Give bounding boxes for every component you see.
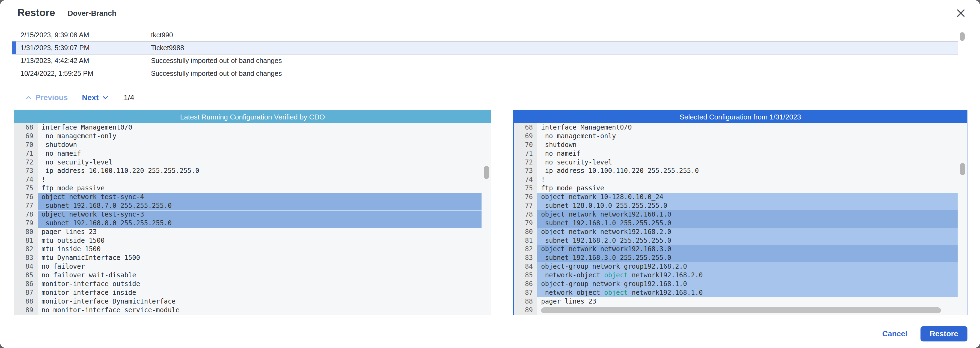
chevron-down-icon — [101, 93, 110, 102]
code-text: shutdown — [38, 141, 482, 149]
line-number: 77 — [514, 202, 537, 210]
code-line: 70 shutdown — [14, 141, 491, 149]
line-number: 76 — [514, 193, 537, 202]
code-line: 81 subnet 192.168.2.0 255.255.255.0 — [514, 236, 967, 245]
selected-config-panel-header: Selected Configuration from 1/31/2023 — [514, 111, 967, 123]
code-line: 68interface Management0/0 — [14, 123, 491, 132]
code-text: subnet 192.168.8.0 255.255.255.0 — [38, 219, 482, 228]
code-line: 72 no security-level — [14, 158, 491, 167]
code-line: 69 no management-only — [514, 132, 967, 141]
code-text: object network test-sync-3 — [38, 210, 482, 219]
code-text: mtu outside 1500 — [38, 236, 482, 245]
code-line: 68interface Management0/0 — [514, 123, 967, 132]
code-line: 71 no nameif — [14, 149, 491, 158]
line-number: 79 — [514, 219, 537, 228]
line-number: 86 — [514, 280, 537, 289]
code-text: shutdown — [537, 141, 958, 149]
code-line: 79 subnet 192.168.8.0 255.255.255.0 — [14, 219, 491, 228]
line-number: 68 — [514, 123, 537, 132]
code-text: ftp mode passive — [537, 184, 958, 193]
line-number: 75 — [514, 184, 537, 193]
line-number: 79 — [14, 219, 38, 228]
code-text: monitor-interface outside — [38, 280, 482, 289]
line-number: 87 — [14, 289, 38, 297]
running-config-panel: Latest Running Configuration Verified by… — [14, 110, 492, 315]
code-text: subnet 192.168.7.0 255.255.255.0 — [38, 202, 482, 210]
code-text: no monitor-interface service-module — [38, 306, 482, 315]
line-number: 77 — [14, 202, 38, 210]
restore-point-timestamp: 1/13/2023, 4:42:42 AM — [12, 57, 151, 65]
code-line: 86object-group network group192.168.1.0 — [514, 280, 967, 289]
code-line: 78object network network192.168.1.0 — [514, 210, 967, 219]
line-number: 83 — [14, 254, 38, 263]
code-text: no management-only — [537, 132, 958, 141]
code-text: no nameif — [537, 149, 958, 158]
code-text: pager lines 23 — [38, 228, 482, 236]
previous-button[interactable]: Previous — [25, 93, 68, 102]
line-number: 81 — [514, 236, 537, 245]
code-text: interface Management0/0 — [537, 123, 958, 132]
table-vertical-scrollbar-thumb[interactable] — [960, 32, 965, 41]
code-text: no management-only — [38, 132, 482, 141]
code-line: 75ftp mode passive — [514, 184, 967, 193]
code-text: ftp mode passive — [38, 184, 482, 193]
line-number: 86 — [14, 280, 38, 289]
table-row[interactable]: 1/13/2023, 4:42:42 AMSuccessfully import… — [12, 55, 958, 67]
code-line: 74! — [14, 176, 491, 184]
code-text: object network test-sync-4 — [38, 193, 482, 202]
restore-point-description: Ticket9988 — [151, 44, 958, 52]
code-line: 86monitor-interface outside — [14, 280, 491, 289]
line-number: 84 — [14, 263, 38, 271]
restore-point-description: Successfully imported out-of-band change… — [151, 70, 958, 78]
line-number: 69 — [14, 132, 38, 141]
restore-point-timestamp: 1/31/2023, 5:39:07 PM — [12, 44, 151, 52]
restore-button[interactable]: Restore — [921, 326, 967, 342]
code-text: subnet 192.168.3.0 255.255.255.0 — [537, 254, 958, 263]
horizontal-scrollbar-thumb[interactable] — [541, 307, 941, 313]
code-line: 88monitor-interface DynamicInterface — [14, 297, 491, 306]
line-number: 80 — [14, 228, 38, 236]
code-text: pager lines 23 — [537, 297, 958, 306]
code-line: 80object network network192.168.2.0 — [514, 228, 967, 236]
code-text: monitor-interface DynamicInterface — [38, 297, 482, 306]
code-line: 82mtu inside 1500 — [14, 245, 491, 254]
code-text: monitor-interface inside — [38, 289, 482, 297]
table-row[interactable]: 10/24/2022, 1:59:25 PMSuccessfully impor… — [12, 67, 958, 80]
code-text: interface Management0/0 — [38, 123, 482, 132]
code-line: 69 no management-only — [14, 132, 491, 141]
code-line: 85no failover wait-disable — [14, 271, 491, 280]
line-number: 88 — [14, 297, 38, 306]
table-row[interactable]: 2/15/2023, 9:39:08 AMtkct990 — [12, 29, 958, 42]
line-number: 78 — [14, 210, 38, 219]
restore-point-timestamp: 2/15/2023, 9:39:08 AM — [12, 31, 151, 39]
close-button[interactable] — [954, 6, 968, 20]
code-line: 77 subnet 128.0.10.0 255.255.255.0 — [514, 202, 967, 210]
code-line: 83mtu DynamicInterface 1500 — [14, 254, 491, 263]
restore-point-timestamp: 10/24/2022, 1:59:25 PM — [12, 70, 151, 78]
table-row[interactable]: 1/31/2023, 5:39:07 PMTicket9988 — [12, 42, 958, 55]
line-number: 75 — [14, 184, 38, 193]
line-number: 82 — [514, 245, 537, 254]
left-panel-lines: 68interface Management0/069 no managemen… — [14, 123, 491, 315]
code-text: ip address 10.100.110.220 255.255.255.0 — [38, 167, 482, 176]
code-text: object network 10-128.0.10.0_24 — [537, 193, 958, 202]
code-line: 83 subnet 192.168.3.0 255.255.255.0 — [514, 254, 967, 263]
line-number: 87 — [514, 289, 537, 297]
left-vertical-scrollbar-thumb[interactable] — [484, 166, 489, 179]
code-line: 82object network network192.168.3.0 — [514, 245, 967, 254]
code-line: 79 subnet 192.168.1.0 255.255.255.0 — [514, 219, 967, 228]
right-vertical-scrollbar-thumb[interactable] — [960, 163, 965, 176]
next-label: Next — [82, 93, 99, 102]
code-text: object network network192.168.3.0 — [537, 245, 958, 254]
code-text: object-group network group192.168.2.0 — [537, 263, 958, 271]
selected-config-panel: Selected Configuration from 1/31/2023 68… — [513, 110, 967, 315]
restore-points-table: 2/15/2023, 9:39:08 AMtkct9901/31/2023, 5… — [12, 29, 958, 80]
code-line: 84object-group network group192.168.2.0 — [514, 263, 967, 271]
next-button[interactable]: Next — [82, 93, 110, 102]
line-number: 70 — [514, 141, 537, 149]
cancel-button[interactable]: Cancel — [882, 329, 907, 338]
line-number: 83 — [514, 254, 537, 263]
code-text: no failover wait-disable — [38, 271, 482, 280]
line-number: 71 — [14, 149, 38, 158]
code-line: 85 network-object object network192.168.… — [514, 271, 967, 280]
